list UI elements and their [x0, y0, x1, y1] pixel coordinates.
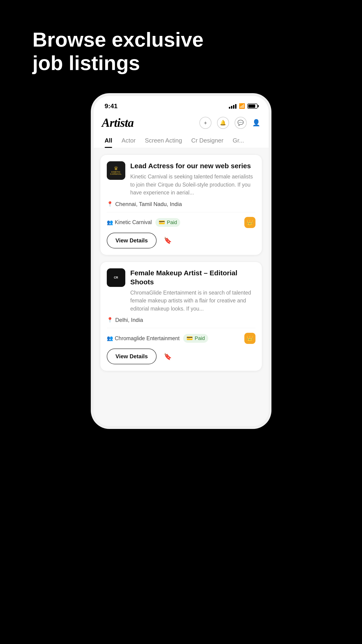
signal-icon	[229, 104, 237, 109]
view-details-button-1[interactable]: View Details	[107, 233, 157, 248]
job-card-1-top: ♛ KINETICCARNIVAL Lead Actress for our n…	[100, 155, 262, 212]
crown-badge-2: 👑	[244, 333, 256, 344]
hero-title: Browse exclusive job listings	[32, 28, 222, 74]
job-card-2: CR Female Makeup Artist – Editorial Shoo…	[100, 262, 262, 371]
bookmark-button-1[interactable]: 🔖	[161, 234, 174, 247]
job-title-1: Lead Actress for our new web series	[130, 161, 256, 170]
job-card-1-header: ♛ KINETICCARNIVAL Lead Actress for our n…	[107, 161, 256, 197]
header-icons: ＋ 🔔 💬 👤	[199, 117, 260, 129]
paid-icon-1: 💳	[159, 220, 165, 226]
job-listings: ♛ KINETICCARNIVAL Lead Actress for our n…	[94, 148, 269, 426]
app-logo: Artista	[102, 116, 134, 130]
add-button[interactable]: ＋	[199, 117, 211, 129]
company-tag-1: 👥 Kinetic Carnival	[107, 219, 152, 226]
company-logo-chroma: CR	[107, 268, 125, 287]
crown-badge-1: 👑	[244, 217, 256, 228]
wifi-icon: 📶	[239, 103, 245, 109]
job-meta-2: 👥 Chromaglide Entertainment 💳 Paid	[107, 334, 208, 343]
profile-button[interactable]: 👤	[252, 119, 260, 126]
job-location-1: 📍 Chennai, Tamil Nadu, India	[107, 201, 256, 208]
tab-actor[interactable]: Actor	[117, 134, 140, 148]
job-meta-1: 👥 Kinetic Carnival 💳 Paid	[107, 218, 180, 227]
crown-icon-2: 👑	[247, 335, 253, 341]
paid-icon-2: 💳	[186, 335, 193, 341]
chat-button[interactable]: 💬	[235, 117, 247, 129]
job-actions-1: View Details 🔖	[100, 233, 262, 255]
status-bar: 9:41 📶	[94, 96, 269, 112]
battery-icon	[247, 104, 258, 109]
job-location-text-1: Chennai, Tamil Nadu, India	[115, 201, 182, 208]
bookmark-button-2[interactable]: 🔖	[161, 350, 174, 363]
company-name-2: Chromaglide Entertainment	[115, 335, 180, 342]
notification-button[interactable]: 🔔	[217, 117, 229, 129]
paid-label-1: Paid	[167, 220, 177, 226]
status-time: 9:41	[105, 102, 118, 110]
phone-screen: 9:41 📶 Artista ＋	[94, 96, 269, 426]
people-icon-2: 👥	[107, 335, 113, 341]
location-pin-icon-2: 📍	[107, 317, 113, 323]
job-card-1: ♛ KINETICCARNIVAL Lead Actress for our n…	[100, 154, 262, 255]
job-location-text-2: Delhi, India	[115, 317, 143, 323]
people-icon-1: 👥	[107, 220, 113, 226]
paid-badge-1: 💳 Paid	[155, 218, 180, 227]
job-actions-2: View Details 🔖	[100, 348, 262, 371]
phone-shell: 9:41 📶 Artista ＋	[91, 93, 272, 429]
category-tabs: All Actor Screen Acting Cr Designer Gr..…	[94, 132, 269, 148]
location-pin-icon-1: 📍	[107, 201, 113, 207]
job-card-1-footer: 👥 Kinetic Carnival 💳 Paid 👑	[100, 212, 262, 233]
job-desc-2: ChromaGlide Entertainment is in search o…	[130, 289, 256, 313]
tab-all[interactable]: All	[100, 134, 117, 148]
company-name-1: Kinetic Carnival	[115, 219, 152, 226]
company-logo-kinetic: ♛ KINETICCARNIVAL	[107, 161, 125, 180]
job-title-2: Female Makeup Artist – Editorial Shoots	[130, 268, 256, 286]
job-desc-1: Kinetic Carnival is seeking talented fem…	[130, 173, 256, 197]
job-card-2-top: CR Female Makeup Artist – Editorial Shoo…	[100, 262, 262, 328]
view-details-button-2[interactable]: View Details	[107, 348, 157, 364]
tab-more[interactable]: Gr...	[228, 134, 249, 148]
job-card-2-header: CR Female Makeup Artist – Editorial Shoo…	[107, 268, 256, 313]
app-header: Artista ＋ 🔔 💬 👤	[94, 112, 269, 132]
company-tag-2: 👥 Chromaglide Entertainment	[107, 335, 180, 342]
paid-label-2: Paid	[195, 335, 205, 341]
paid-badge-2: 💳 Paid	[183, 334, 208, 343]
job-card-2-footer: 👥 Chromaglide Entertainment 💳 Paid 👑	[100, 328, 262, 348]
crown-icon-1: 👑	[247, 220, 253, 226]
tab-cr-designer[interactable]: Cr Designer	[187, 134, 228, 148]
status-icons: 📶	[229, 103, 258, 109]
job-location-2: 📍 Delhi, India	[107, 317, 256, 323]
tab-screen-acting[interactable]: Screen Acting	[140, 134, 186, 148]
